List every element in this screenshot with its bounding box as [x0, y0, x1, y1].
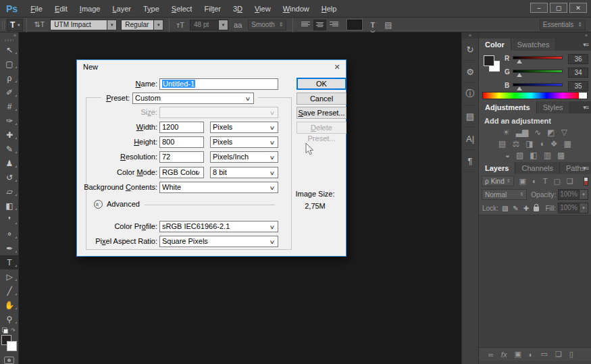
warp-text-icon[interactable]: T: [370, 21, 375, 29]
toolbar-grip[interactable]: [5, 39, 14, 41]
black-white-icon[interactable]: ◨: [525, 139, 533, 149]
fill-value[interactable]: 100%: [558, 203, 580, 213]
menu-view[interactable]: View: [249, 0, 277, 18]
threshold-icon[interactable]: ◧: [530, 151, 537, 160]
background-contents-select[interactable]: White: [159, 182, 278, 193]
menu-help[interactable]: Help: [315, 0, 343, 18]
eraser-tool[interactable]: ▱: [0, 184, 19, 199]
color-mode-select[interactable]: RGB Color: [159, 167, 204, 178]
background-color-swatch[interactable]: [7, 341, 17, 351]
zoom-tool[interactable]: ⚲: [0, 312, 19, 326]
crop-tool[interactable]: #: [0, 99, 19, 113]
posterize-icon[interactable]: ▨: [516, 151, 523, 160]
font-style-select[interactable]: Regular ▼: [121, 20, 163, 30]
layer-effects-icon[interactable]: fx: [501, 350, 507, 359]
advanced-collapse-icon[interactable]: «: [94, 200, 103, 209]
font-size-select[interactable]: 48 pt ▼: [190, 20, 228, 30]
chevron-down-icon[interactable]: ▼: [580, 203, 588, 213]
exposure-icon[interactable]: ◩: [547, 128, 555, 137]
path-selection-tool[interactable]: ▷: [0, 269, 19, 284]
text-orientation-icon[interactable]: ⇅T: [34, 20, 45, 29]
tab-channels[interactable]: Channels: [515, 162, 559, 174]
new-group-icon[interactable]: ▭: [540, 350, 547, 359]
hand-tool[interactable]: ✋: [0, 298, 19, 312]
swap-colors-icon[interactable]: ↷: [11, 328, 16, 334]
new-adjustment-layer-icon[interactable]: ◐: [529, 350, 534, 359]
tab-swatches[interactable]: Swatches: [511, 38, 557, 51]
menu-file[interactable]: File: [24, 0, 49, 18]
workspace-select[interactable]: Essentials ⇕: [540, 20, 586, 30]
width-input[interactable]: 1200: [159, 122, 204, 133]
width-unit-select[interactable]: Pixels: [210, 122, 278, 133]
anti-alias-select[interactable]: Smooth ⇕: [248, 20, 286, 30]
menu-window[interactable]: Window: [277, 0, 315, 18]
minimize-button[interactable]: –: [530, 3, 548, 13]
align-left-icon[interactable]: [299, 20, 312, 30]
type-tool[interactable]: T: [0, 255, 19, 269]
history-brush-tool[interactable]: ↺: [0, 170, 19, 184]
collapse-panels-icon[interactable]: »: [479, 32, 591, 38]
green-value[interactable]: 34: [568, 68, 588, 78]
tab-layers[interactable]: Layers: [479, 162, 515, 174]
filter-pixel-layers-icon[interactable]: ▣: [519, 177, 526, 186]
paragraph-panel-icon[interactable]: ¶: [462, 150, 478, 172]
properties-panel-icon[interactable]: ⚙: [462, 61, 478, 83]
pixel-aspect-ratio-select[interactable]: Square Pixels: [159, 236, 278, 247]
spot-healing-brush-tool[interactable]: ✚: [0, 128, 19, 142]
menu-3d[interactable]: 3D: [227, 0, 249, 18]
menu-image[interactable]: Image: [74, 0, 107, 18]
resolution-input[interactable]: 72: [159, 151, 204, 163]
color-profile-select[interactable]: sRGB IEC61966-2.1: [159, 221, 278, 232]
color-lookup-icon[interactable]: ▦: [564, 139, 571, 149]
lock-all-icon[interactable]: [534, 207, 539, 211]
chevron-down-icon[interactable]: ▼: [153, 20, 163, 30]
height-input[interactable]: 800: [159, 136, 204, 148]
cancel-button[interactable]: Cancel: [297, 93, 346, 105]
curves-icon[interactable]: ∿: [534, 128, 541, 137]
close-button[interactable]: ✕: [569, 3, 587, 13]
quick-mask-icon[interactable]: [4, 357, 14, 364]
default-colors-icon[interactable]: [2, 328, 8, 334]
resolution-unit-select[interactable]: Pixels/Inch: [210, 151, 278, 163]
green-slider-thumb[interactable]: [517, 73, 522, 77]
filter-adjustment-layers-icon[interactable]: ◐: [532, 177, 537, 186]
ok-button[interactable]: OK: [297, 78, 346, 90]
menu-layer[interactable]: Layer: [106, 0, 137, 18]
line-tool[interactable]: ╱: [0, 284, 19, 298]
align-center-icon[interactable]: [313, 20, 326, 30]
layer-filter-toggle[interactable]: [584, 177, 588, 186]
layer-comps-panel-icon[interactable]: ▤: [462, 105, 478, 128]
character-panel-icon[interactable]: A|: [462, 128, 478, 150]
foreground-color-swatch[interactable]: [484, 55, 494, 66]
channel-mixer-icon[interactable]: ❖: [550, 139, 558, 149]
pen-tool[interactable]: ✒: [0, 241, 19, 255]
text-color-swatch[interactable]: [347, 20, 362, 30]
color-spectrum-ramp[interactable]: [482, 92, 588, 99]
align-right-icon[interactable]: [328, 20, 340, 30]
rectangular-marquee-tool[interactable]: ▢: [0, 57, 19, 71]
paint-bucket-tool[interactable]: ◧: [0, 199, 19, 213]
filter-smart-objects-icon[interactable]: ❏: [567, 177, 573, 186]
brush-tool[interactable]: ✎: [0, 142, 19, 156]
lock-paint-icon[interactable]: ✎: [513, 205, 518, 212]
eyedropper-tool[interactable]: ✑: [0, 113, 19, 128]
levels-icon[interactable]: ▃▆: [516, 128, 528, 137]
gradient-map-icon[interactable]: ▥: [544, 151, 551, 160]
vibrance-icon[interactable]: ▽: [561, 128, 567, 137]
photo-filter-icon[interactable]: ◖: [540, 139, 544, 149]
lasso-tool[interactable]: ρ: [0, 71, 19, 85]
quick-selection-tool[interactable]: ✐: [0, 85, 19, 99]
toggle-panels-icon[interactable]: ▤: [384, 20, 392, 30]
save-preset-button[interactable]: Save Preset...: [297, 107, 346, 119]
chevron-down-icon[interactable]: ▼: [218, 20, 228, 30]
history-panel-icon[interactable]: ↻: [462, 38, 478, 61]
maximize-button[interactable]: ▢: [550, 3, 567, 13]
layer-filter-kind-select[interactable]: ρ Kind ⇕: [482, 176, 514, 186]
font-family-select[interactable]: UTM Impact ▼: [50, 20, 117, 30]
brightness-contrast-icon[interactable]: ☀: [503, 128, 510, 137]
panel-menu-icon[interactable]: ▾≡: [583, 165, 588, 172]
selective-color-icon[interactable]: ▩: [557, 151, 565, 160]
collapse-toolbar-icon[interactable]: »: [0, 32, 18, 38]
chevron-down-icon[interactable]: ▼: [107, 20, 117, 30]
tool-preset-picker[interactable]: T ▾: [7, 19, 23, 31]
